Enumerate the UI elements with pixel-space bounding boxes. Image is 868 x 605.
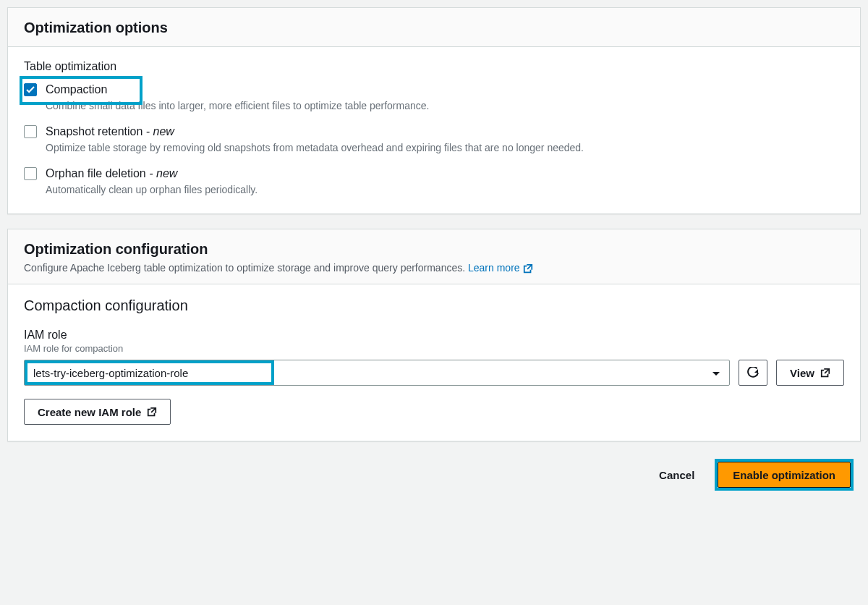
option-orphan-file-deletion[interactable]: Orphan file deletion - new Automatically… xyxy=(24,166,844,198)
caret-down-icon xyxy=(712,367,720,379)
configuration-description-text: Configure Apache Iceberg table optimizat… xyxy=(24,262,468,274)
option-description: Combine small data files into larger, mo… xyxy=(46,99,639,114)
highlight-enable-optimization: Enable optimization xyxy=(715,459,854,491)
footer-actions: Cancel Enable optimization xyxy=(7,456,861,495)
checkbox-compaction[interactable] xyxy=(24,83,37,96)
learn-more-text: Learn more xyxy=(468,262,520,274)
option-label: Orphan file deletion xyxy=(46,167,146,179)
iam-role-hint: IAM role for compaction xyxy=(24,343,844,354)
option-label: Snapshot retention xyxy=(46,125,142,138)
table-optimization-label: Table optimization xyxy=(24,60,844,73)
checkbox-orphan-file-deletion[interactable] xyxy=(24,167,37,180)
panel-header: Optimization options xyxy=(8,8,860,47)
view-label: View xyxy=(790,367,814,379)
compaction-configuration-heading: Compaction configuration xyxy=(24,297,844,314)
panel-body: Table optimization Compaction Combine sm… xyxy=(8,47,860,213)
option-content: Compaction Combine small data files into… xyxy=(46,82,844,114)
iam-role-select[interactable]: lets-try-iceberg-optimization-role xyxy=(24,360,730,386)
refresh-icon xyxy=(747,367,759,378)
option-description: Optimize table storage by removing old s… xyxy=(46,141,639,156)
enable-optimization-button[interactable]: Enable optimization xyxy=(718,462,851,488)
new-tag: - new xyxy=(142,125,174,138)
new-tag: - new xyxy=(146,167,178,179)
refresh-button[interactable] xyxy=(739,360,767,386)
view-button[interactable]: View xyxy=(776,360,844,386)
create-new-iam-role-button[interactable]: Create new IAM role xyxy=(24,399,171,425)
panel-body: Compaction configuration IAM role IAM ro… xyxy=(8,284,860,441)
option-label: Compaction xyxy=(46,83,107,96)
option-content: Snapshot retention - new Optimize table … xyxy=(46,124,844,156)
external-link-icon xyxy=(820,368,830,378)
optimization-configuration-panel: Optimization configuration Configure Apa… xyxy=(7,229,861,441)
learn-more-link[interactable]: Learn more xyxy=(468,262,532,274)
option-title: Snapshot retention - new xyxy=(46,124,844,140)
create-role-row: Create new IAM role xyxy=(24,399,844,425)
option-title: Orphan file deletion - new xyxy=(46,166,844,182)
check-icon xyxy=(26,86,35,93)
configuration-title: Optimization configuration xyxy=(24,241,844,258)
iam-role-value: lets-try-iceberg-optimization-role xyxy=(33,367,188,379)
external-link-icon xyxy=(147,407,157,417)
create-role-label: Create new IAM role xyxy=(38,406,141,418)
option-content: Orphan file deletion - new Automatically… xyxy=(46,166,844,198)
configuration-description: Configure Apache Iceberg table optimizat… xyxy=(24,262,844,274)
option-description: Automatically clean up orphan files peri… xyxy=(46,183,639,198)
option-compaction[interactable]: Compaction Combine small data files into… xyxy=(24,82,844,114)
option-title: Compaction xyxy=(46,82,844,98)
iam-role-label: IAM role xyxy=(24,329,844,342)
optimization-options-title: Optimization options xyxy=(24,20,844,36)
optimization-options-panel: Optimization options Table optimization … xyxy=(7,7,861,214)
cancel-button[interactable]: Cancel xyxy=(652,463,702,487)
option-snapshot-retention[interactable]: Snapshot retention - new Optimize table … xyxy=(24,124,844,156)
checkbox-snapshot-retention[interactable] xyxy=(24,125,37,138)
iam-role-row: lets-try-iceberg-optimization-role View xyxy=(24,360,844,386)
external-link-icon xyxy=(523,263,533,274)
panel-header: Optimization configuration Configure Apa… xyxy=(8,229,860,284)
